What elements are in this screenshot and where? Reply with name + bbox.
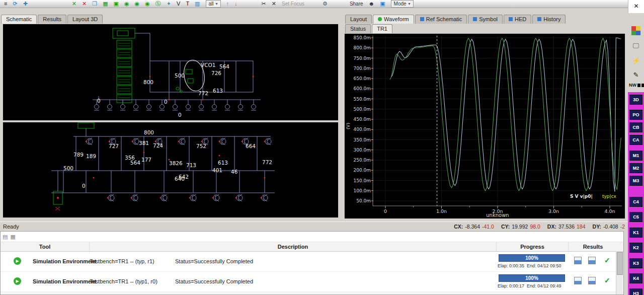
probe-icon[interactable]: ◉: [124, 1, 129, 7]
schematic-net-label: 772: [198, 90, 208, 96]
tab-history[interactable]: History: [532, 15, 566, 24]
probe2-icon[interactable]: ◉: [135, 1, 140, 7]
pen-icon[interactable]: ✎: [631, 70, 640, 80]
text-tool-icon[interactable]: T: [186, 1, 189, 7]
tab-tr1[interactable]: TR1: [372, 24, 392, 33]
window-close-button[interactable]: ✕: [628, 0, 644, 13]
legend-corner-label: typ|cx: [602, 194, 617, 199]
y-axis-label: 800.0m: [353, 45, 371, 50]
layer-button-ca[interactable]: CA: [629, 135, 642, 145]
job-table-scrollbar[interactable]: [616, 251, 623, 294]
copy-icon[interactable]: ❐: [92, 1, 97, 7]
job-row-partial[interactable]: [1, 292, 623, 295]
menu-icon[interactable]: ≡: [4, 1, 7, 7]
display-icon[interactable]: 🖵: [631, 41, 640, 50]
gear-icon[interactable]: ⚙: [323, 1, 328, 7]
layer-button-po[interactable]: PO: [629, 110, 642, 120]
coord-value: 19.992: [512, 224, 528, 230]
layer-button-c5[interactable]: C5: [629, 212, 642, 222]
schematic-net-label: 613: [213, 88, 223, 94]
window-icon[interactable]: ▣: [380, 1, 385, 7]
layer-button-k4[interactable]: K4: [629, 273, 642, 283]
panel-grid-icon[interactable]: ▦: [10, 234, 15, 240]
link-icon[interactable]: ✦: [167, 1, 171, 7]
success-check-icon: ✓: [604, 276, 610, 284]
viewer-tabbar: LayoutWaveformRef SchematicSymbolHEDHist…: [345, 13, 567, 24]
tab-schematic[interactable]: Schematic: [1, 15, 37, 24]
job-row[interactable]: ▶Simulation EnvironmentTestbench=TR1 -- …: [1, 272, 623, 292]
close-tool-icon[interactable]: ✕: [272, 1, 276, 7]
palette-icon[interactable]: [631, 26, 640, 35]
layer-button-cb[interactable]: CB: [629, 122, 642, 132]
stop-icon[interactable]: ▣: [114, 1, 119, 7]
voltage-tool-icon[interactable]: V: [177, 1, 180, 7]
netlist-icon[interactable]: ▦: [103, 1, 108, 7]
chart-tool-icon[interactable]: ▥: [195, 1, 200, 7]
layer-button-strip: 3DPOCBCAM1M2M3C4C5K1K2K3K4H3: [628, 92, 644, 295]
cut-icon[interactable]: ✂: [262, 1, 266, 7]
layer-button-m3[interactable]: M3: [629, 176, 642, 186]
tab-icon: [420, 17, 424, 21]
y-axis-label: 450.0m: [353, 117, 371, 122]
schematic-net-label: 613: [218, 160, 228, 166]
history-icon[interactable]: ⟳: [13, 1, 17, 7]
share-button[interactable]: Share: [350, 1, 363, 7]
schematic-canvas-top[interactable]: VCO1564726500800613772000: [3, 24, 339, 121]
job-status-text: Status=Successfully Completed: [175, 278, 253, 284]
tab-waveform[interactable]: Waveform: [373, 15, 414, 24]
schematic-net-label: 500: [175, 72, 185, 79]
top-schematic-drawing: [3, 24, 338, 120]
tab-layout-3d[interactable]: Layout 3D: [67, 15, 103, 24]
panel-list-icon[interactable]: ▤: [3, 234, 8, 240]
down-arrow-icon[interactable]: ↓: [234, 1, 237, 7]
tab-status[interactable]: Status: [345, 24, 371, 33]
coord-value-highlight: -2: [620, 224, 625, 230]
flash-icon[interactable]: ⚡: [631, 56, 640, 65]
y-axis-label: 50.0m: [356, 198, 371, 203]
add-icon[interactable]: ✚: [23, 1, 28, 7]
tab-symbol[interactable]: Symbol: [468, 15, 503, 24]
scrollbar-thumb[interactable]: [617, 252, 623, 275]
result-chart-icon[interactable]: [574, 257, 582, 264]
cancel-icon[interactable]: ✕: [82, 1, 87, 7]
mode-dropdown[interactable]: Mode▾: [391, 0, 414, 8]
nw-label: NW: [629, 83, 636, 88]
result-chart-icon[interactable]: [574, 277, 582, 284]
tab-hed[interactable]: HED: [504, 15, 531, 24]
probe3-icon[interactable]: ◉: [145, 1, 150, 7]
tab-icon: [537, 17, 541, 21]
layer-button-h3[interactable]: H3: [629, 288, 642, 295]
result-chart-icon[interactable]: [588, 277, 596, 284]
layer-button-k1[interactable]: K1: [629, 228, 642, 238]
result-chart-icon[interactable]: [588, 257, 596, 264]
tab-layout[interactable]: Layout: [345, 15, 372, 24]
legend-signal-label: S V v|p0|: [570, 194, 593, 199]
waveform-canvas[interactable]: 850.0m800.0m750.0m700.0m650.0m600.0m550.…: [344, 33, 625, 219]
layer-button-c4[interactable]: C4: [629, 197, 642, 207]
layer-button-k2[interactable]: K2: [629, 243, 642, 253]
column-header-tool[interactable]: Tool: [1, 242, 89, 251]
layer-button-m2[interactable]: M2: [629, 163, 642, 173]
job-row[interactable]: ▶Simulation EnvironmentTestbench=TR1 -- …: [1, 252, 623, 272]
x-axis-title: unknown: [486, 212, 509, 218]
tab-results[interactable]: Results: [38, 15, 66, 24]
column-header-progress[interactable]: Progress: [496, 242, 568, 251]
up-arrow-icon[interactable]: ↑: [226, 1, 229, 7]
column-header-description[interactable]: Description: [89, 242, 496, 251]
waveform-trace: [390, 38, 621, 191]
set-focus-label[interactable]: Set Focus: [282, 1, 304, 7]
job-monitor-panel: ▤ ▦ ToolDescriptionProgressResults ▶Simu…: [0, 231, 624, 295]
all-dropdown[interactable]: all▾: [206, 0, 221, 8]
layer-button-3d[interactable]: 3D: [629, 95, 642, 105]
column-header-results[interactable]: Results: [568, 242, 617, 251]
apply-icon[interactable]: ✕: [72, 1, 76, 7]
tab-ref-schematic[interactable]: Ref Schematic: [415, 15, 467, 24]
layer-button-m1[interactable]: M1: [629, 151, 642, 161]
layer-button-k3[interactable]: K3: [629, 258, 642, 268]
x-axis-label: 0: [384, 208, 387, 214]
simulate-icon[interactable]: Ⓢ: [155, 1, 161, 7]
schematic-canvas-bottom[interactable]: 8003817247277526647891893561775643826713…: [3, 122, 339, 218]
user-icon[interactable]: ☻: [369, 1, 375, 7]
schematic-net-label: 564: [219, 63, 229, 69]
cursor-coordinates: CX:-8.364-41.0CY:19.99298.0DX:37.536184D…: [454, 224, 625, 230]
